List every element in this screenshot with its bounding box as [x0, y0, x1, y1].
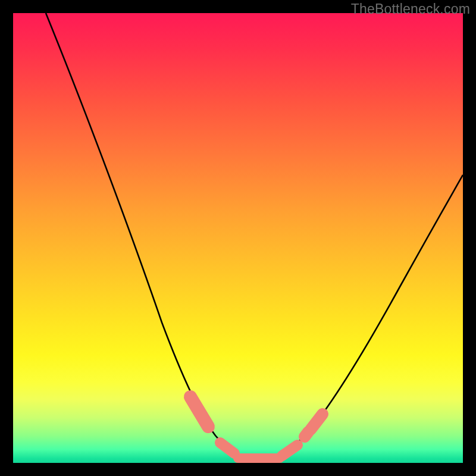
curve-group	[46, 13, 463, 458]
bottleneck-main-curve	[46, 13, 463, 458]
highlight-mid-band-2	[282, 445, 298, 456]
highlight-right-blob	[311, 414, 322, 430]
highlight-left-blob	[190, 397, 208, 427]
highlight-mid-band-1	[220, 443, 234, 453]
chart-plot-area	[13, 13, 463, 463]
chart-frame: TheBottleneck.com	[0, 0, 476, 476]
sweet-spot-highlights	[190, 397, 322, 458]
bottleneck-curve-svg	[13, 13, 463, 463]
watermark-text: TheBottleneck.com	[351, 1, 470, 17]
